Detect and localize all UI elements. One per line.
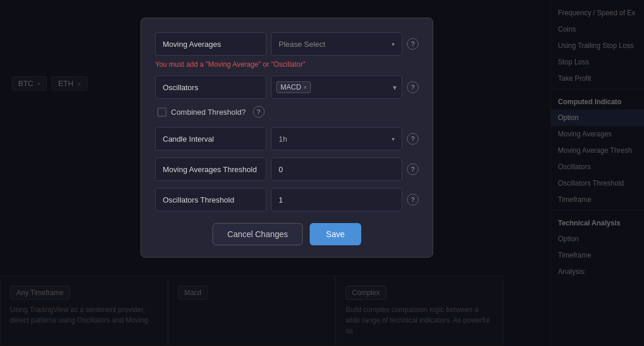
moving-averages-placeholder: Please Select [279, 40, 326, 49]
candle-interval-value: 1h [279, 135, 287, 143]
moving-averages-threshold-help-icon[interactable]: ? [407, 163, 419, 175]
moving-averages-select[interactable]: Please Select ▾ [271, 32, 402, 56]
candle-interval-row: Candle Interval 1h ▾ ? [155, 127, 419, 150]
moving-averages-threshold-input[interactable] [271, 157, 402, 181]
oscillators-chevron-icon: ▾ [393, 83, 397, 92]
oscillators-threshold-help-icon[interactable]: ? [407, 194, 419, 205]
macd-tag: MACD × [276, 81, 311, 93]
modal-footer: Cancel Changes Save [155, 223, 419, 245]
help-question-mark: ? [411, 40, 415, 47]
moving-averages-error: You must add a "Moving Average" or "Osci… [155, 60, 419, 68]
candle-interval-label: Candle Interval [155, 127, 266, 150]
moving-averages-help-icon[interactable]: ? [407, 38, 419, 50]
candle-interval-help-icon[interactable]: ? [407, 133, 419, 145]
save-button[interactable]: Save [310, 223, 361, 245]
moving-avg-threshold-question-mark: ? [411, 166, 415, 173]
candle-interval-select[interactable]: 1h ▾ [271, 127, 402, 150]
oscillators-select[interactable]: MACD × ▾ [271, 76, 402, 99]
oscillators-label: Oscillators [155, 76, 266, 99]
combined-threshold-label: Combined Threshold? [171, 108, 246, 117]
moving-averages-chevron-icon: ▾ [392, 41, 395, 47]
moving-averages-label: Moving Averages [155, 32, 266, 56]
oscillators-threshold-input[interactable] [271, 188, 402, 211]
macd-tag-remove-icon[interactable]: × [303, 84, 307, 91]
oscillators-threshold-label: Oscillators Threshold [155, 188, 266, 211]
oscillators-row: Oscillators MACD × ▾ ? [155, 76, 419, 99]
combined-threshold-row: Combined Threshold? ? [155, 106, 419, 118]
oscillators-threshold-row: Oscillators Threshold ? [155, 188, 419, 211]
oscillators-help-icon[interactable]: ? [407, 81, 419, 93]
moving-averages-row: Moving Averages Please Select ▾ ? [155, 32, 419, 56]
cancel-button[interactable]: Cancel Changes [213, 223, 303, 245]
oscillators-threshold-question-mark: ? [411, 196, 415, 203]
oscillators-question-mark: ? [411, 84, 415, 91]
moving-averages-threshold-label: Moving Averages Threshold [155, 157, 266, 181]
combined-threshold-question-mark: ? [257, 108, 261, 115]
macd-tag-label: MACD [280, 83, 301, 91]
modal-dialog: Moving Averages Please Select ▾ ? You mu… [141, 18, 433, 258]
moving-averages-threshold-row: Moving Averages Threshold ? [155, 157, 419, 181]
combined-threshold-checkbox[interactable] [157, 108, 166, 117]
candle-interval-question-mark: ? [411, 135, 415, 142]
candle-interval-chevron-icon: ▾ [392, 136, 395, 142]
combined-threshold-help-icon[interactable]: ? [253, 106, 265, 118]
